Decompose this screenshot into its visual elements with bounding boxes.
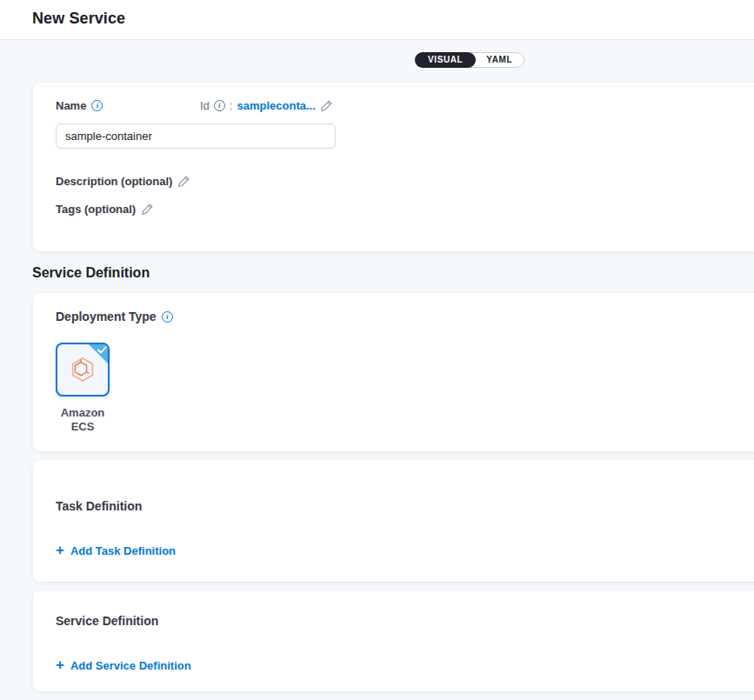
service-name-input[interactable] xyxy=(56,123,336,149)
toggle-visual[interactable]: VISUAL xyxy=(415,52,476,68)
id-row: Id i : sampleconta... xyxy=(200,99,333,112)
plus-icon: + xyxy=(56,544,64,556)
deployment-type-label: Deployment Type xyxy=(56,310,157,323)
task-definition-heading: Task Definition xyxy=(56,499,142,513)
amazon-ecs-icon xyxy=(69,355,97,384)
name-info-icon[interactable]: i xyxy=(91,100,103,111)
id-info-icon[interactable]: i xyxy=(214,100,225,111)
id-separator: : xyxy=(230,99,233,112)
service-definition-section-heading: Service Definition xyxy=(32,265,150,281)
new-service-page: New Service VISUAL YAML Name i Id i : sa… xyxy=(0,0,754,700)
service-definition-heading: Service Definition xyxy=(56,614,158,628)
tags-label: Tags (optional) xyxy=(56,203,136,216)
amazon-ecs-tile-label: Amazon ECS xyxy=(56,406,110,434)
service-overview-card: Name i Id i : sampleconta... Description… xyxy=(33,83,754,251)
name-label: Name xyxy=(56,99,86,112)
deployment-type-info-icon[interactable]: i xyxy=(162,311,173,323)
plus-icon: + xyxy=(56,659,64,670)
task-definition-card: Task Definition + Add Task Definition xyxy=(33,460,754,582)
add-service-definition-button[interactable]: + Add Service Definition xyxy=(56,659,191,672)
description-edit-icon[interactable] xyxy=(177,175,190,188)
add-task-definition-button[interactable]: + Add Task Definition xyxy=(56,544,176,557)
id-value-link[interactable]: sampleconta... xyxy=(237,99,315,112)
id-edit-icon[interactable] xyxy=(320,99,333,112)
visual-yaml-toggle: VISUAL YAML xyxy=(415,52,524,68)
toggle-yaml[interactable]: YAML xyxy=(475,53,524,67)
service-definition-card: Service Definition + Add Service Definit… xyxy=(33,590,754,691)
amazon-ecs-tile[interactable] xyxy=(56,343,110,397)
id-label: Id xyxy=(200,99,210,112)
deployment-type-card: Deployment Type i Amazon ECS xyxy=(33,293,754,451)
page-header: New Service xyxy=(0,0,754,40)
description-label: Description (optional) xyxy=(56,175,172,188)
page-title: New Service xyxy=(32,10,125,28)
tags-edit-icon[interactable] xyxy=(141,203,154,216)
